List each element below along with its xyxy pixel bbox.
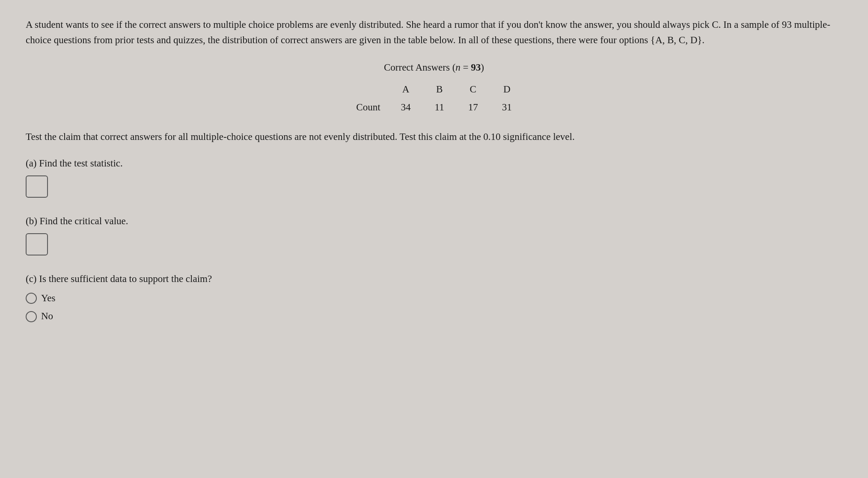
radio-group: Yes No [26, 291, 842, 324]
table-col-d: D [490, 80, 524, 99]
table-col-c: C [456, 80, 490, 99]
table-value-c: 17 [456, 98, 490, 117]
part-b-label: (b) Find the critical value. [26, 214, 842, 229]
table-title-equals: = [461, 62, 471, 73]
table-row-label: Count [344, 98, 389, 117]
part-b-section: (b) Find the critical value. [26, 214, 842, 260]
part-a-label: (a) Find the test statistic. [26, 156, 842, 171]
radio-yes-circle [26, 293, 37, 304]
radio-no-label: No [41, 309, 53, 324]
table-data-row: Count 34 11 17 31 [344, 98, 523, 117]
table-value-a: 34 [389, 98, 423, 117]
claim-section: Test the claim that correct answers for … [26, 130, 842, 145]
intro-paragraph: A student wants to see if the correct an… [26, 17, 842, 48]
part-a-answer-box[interactable] [26, 175, 48, 198]
part-c-label: (c) Is there sufficient data to support … [26, 272, 842, 287]
radio-yes-option[interactable]: Yes [26, 291, 842, 306]
table-value-d: 31 [490, 98, 524, 117]
claim-text: Test the claim that correct answers for … [26, 130, 842, 145]
radio-no-option[interactable]: No [26, 309, 842, 324]
radio-no-circle [26, 311, 37, 322]
table-col-a: A [389, 80, 423, 99]
table-section: Correct Answers (n = 93) A B C D Count 3… [26, 60, 842, 117]
part-b-answer-box[interactable] [26, 233, 48, 255]
data-table: A B C D Count 34 11 17 31 [344, 80, 523, 117]
table-value-b: 11 [423, 98, 456, 117]
table-title: Correct Answers (n = 93) [384, 60, 484, 75]
table-col-b: B [423, 80, 456, 99]
table-title-value: 93 [471, 62, 481, 73]
table-title-suffix: ) [481, 62, 484, 73]
part-a-section: (a) Find the test statistic. [26, 156, 842, 202]
table-empty-cell [344, 80, 389, 99]
table-title-n: n [455, 62, 461, 73]
table-header-row: A B C D [344, 80, 523, 99]
radio-yes-label: Yes [41, 291, 55, 306]
table-title-prefix: Correct Answers ( [384, 62, 455, 73]
part-c-section: (c) Is there sufficient data to support … [26, 272, 842, 324]
